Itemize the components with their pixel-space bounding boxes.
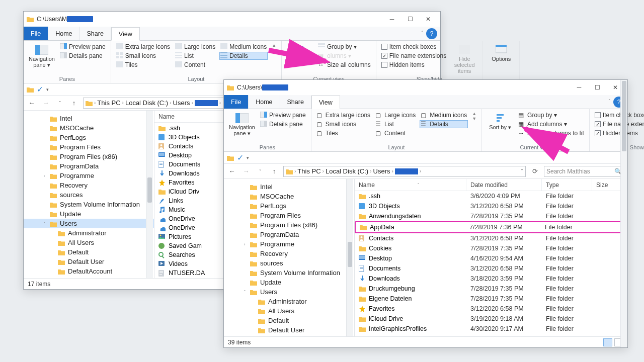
tab-file[interactable]: File bbox=[24, 27, 48, 40]
tree-item[interactable]: Program Files (x86) bbox=[24, 152, 154, 161]
list-item[interactable]: iCloud Drive 3/19/2020 9:18 AMFile folde… bbox=[355, 314, 627, 324]
maximize-button[interactable]: ☐ bbox=[588, 80, 606, 95]
tab-share[interactable]: Share bbox=[80, 27, 111, 40]
list-item[interactable]: Favorites 3/12/2020 6:58 PMFile folder bbox=[355, 304, 627, 314]
layout-content[interactable]: Content bbox=[174, 61, 216, 69]
tree-item[interactable]: MSOCache bbox=[24, 123, 154, 133]
tree-item[interactable]: DefaultAccount bbox=[224, 335, 354, 336]
tree-item[interactable]: Intel bbox=[24, 114, 154, 123]
file-extensions-toggle[interactable]: File name extensions bbox=[594, 120, 644, 128]
layout-large[interactable]: ▢Large icons bbox=[374, 111, 417, 119]
recent-dropdown[interactable]: ˅ bbox=[255, 169, 265, 174]
list-item[interactable]: Anwendungsdaten 7/28/2019 7:35 PMFile fo… bbox=[355, 211, 627, 221]
layout-medium[interactable]: Medium icons bbox=[219, 43, 268, 51]
layout-extra-large[interactable]: ▢Extra large icons bbox=[315, 111, 371, 119]
layout-details[interactable]: Details bbox=[219, 52, 268, 60]
tree-item[interactable]: › Programme bbox=[24, 171, 154, 180]
tree-item[interactable]: Update bbox=[224, 278, 354, 287]
preview-pane-button[interactable]: Preview pane bbox=[259, 111, 307, 119]
tree-item[interactable]: ProgramData bbox=[224, 230, 354, 239]
qat-dropdown-icon[interactable]: ▾ bbox=[247, 155, 249, 160]
tab-home[interactable]: Home bbox=[249, 95, 280, 109]
tree-item[interactable]: Recovery bbox=[224, 249, 354, 258]
tree-item[interactable]: Administrator bbox=[24, 228, 154, 238]
item-checkboxes-toggle[interactable]: Item check boxes bbox=[380, 43, 447, 51]
tree-item[interactable]: Default bbox=[224, 316, 354, 325]
forward-button[interactable]: → bbox=[241, 167, 251, 175]
checkmark-icon[interactable]: ✓ bbox=[237, 153, 244, 162]
layout-tiles[interactable]: ▢Tiles bbox=[315, 129, 371, 137]
details-pane-button[interactable]: Details pane bbox=[59, 52, 107, 60]
tree-item[interactable]: System Volume Information bbox=[224, 268, 354, 278]
collapse-ribbon-icon[interactable]: ˆ bbox=[606, 99, 613, 105]
tree-item[interactable]: ˅ Users bbox=[224, 287, 354, 297]
recent-dropdown[interactable]: ˅ bbox=[55, 101, 65, 106]
tree-item[interactable]: Administrator bbox=[224, 297, 354, 306]
layout-large[interactable]: Large icons bbox=[174, 43, 216, 51]
tree-item[interactable]: Recovery bbox=[24, 180, 154, 190]
tree-item[interactable]: All Users bbox=[24, 238, 154, 247]
column-headers[interactable]: Nameˆ Date modified Type Size bbox=[355, 179, 627, 191]
tree-item[interactable]: System Volume Information bbox=[24, 200, 154, 209]
list-item[interactable]: Downloads 3/18/2020 3:59 PMFile folder bbox=[355, 274, 627, 284]
layout-more-icon[interactable]: ▲▼ bbox=[471, 111, 477, 121]
navigation-pane-button[interactable]: Navigation pane ▾ bbox=[28, 43, 56, 69]
preview-pane-button[interactable]: Preview pane bbox=[59, 43, 107, 51]
tree-item[interactable]: Default bbox=[24, 247, 154, 257]
forward-button[interactable]: → bbox=[41, 99, 51, 107]
tree-item[interactable]: Program Files bbox=[224, 211, 354, 220]
list-item[interactable]: Druckumgebung 7/28/2019 7:35 PMFile fold… bbox=[355, 284, 627, 294]
layout-details[interactable]: ☰Details bbox=[420, 120, 468, 128]
layout-list[interactable]: ☰List bbox=[374, 120, 417, 128]
up-button[interactable]: ↑ bbox=[69, 99, 79, 107]
tree-item[interactable]: Intel bbox=[224, 182, 354, 192]
tree-item[interactable]: Update bbox=[24, 209, 154, 219]
collapse-ribbon-icon[interactable]: ˆ bbox=[419, 31, 426, 36]
col-name[interactable]: Nameˆ bbox=[355, 179, 466, 191]
breadcrumb[interactable]: ›This PC ›Local Disk (C:) ›Users › › ˅ bbox=[283, 166, 526, 177]
tree-item[interactable]: DefaultAccount bbox=[24, 266, 154, 276]
tree-item[interactable]: ˅ Users bbox=[24, 219, 154, 228]
tab-view[interactable]: View bbox=[111, 27, 140, 41]
list-item[interactable]: Desktop 4/16/2020 9:54 AMFile folder bbox=[355, 253, 627, 263]
tree-item[interactable]: sources bbox=[24, 190, 154, 200]
back-button[interactable]: ← bbox=[227, 167, 237, 175]
list-item[interactable]: 3D Objects 3/12/2020 6:58 PMFile folder bbox=[355, 201, 627, 211]
checkmark-icon[interactable]: ✓ bbox=[37, 84, 43, 94]
navigation-pane-button[interactable]: Navigation pane ▾ bbox=[228, 111, 256, 137]
col-date[interactable]: Date modified bbox=[466, 179, 542, 191]
tab-view[interactable]: View bbox=[311, 96, 340, 109]
layout-tiles[interactable]: Tiles bbox=[115, 61, 171, 69]
list-item-appdata[interactable]: AppData 7/28/2019 7:36 PMFile folder bbox=[355, 221, 627, 233]
list-item[interactable]: .ssh 3/6/2020 4:09 PMFile folder bbox=[355, 191, 627, 201]
navigation-tree[interactable]: Intel MSOCache PerfLogs Program Files Pr… bbox=[224, 179, 355, 336]
up-button[interactable]: ↑ bbox=[269, 167, 279, 175]
list-item[interactable]: Contacts 3/12/2020 6:58 PMFile folder bbox=[355, 233, 627, 243]
help-icon[interactable]: ? bbox=[426, 28, 437, 39]
tree-item[interactable]: Default User bbox=[224, 325, 354, 335]
tree-item[interactable]: Program Files bbox=[24, 142, 154, 152]
tab-share[interactable]: Share bbox=[280, 95, 311, 109]
tree-item[interactable]: defaultuser100001 bbox=[24, 276, 154, 278]
options-button[interactable]: Options bbox=[487, 43, 515, 63]
navigation-tree[interactable]: Intel MSOCache PerfLogs Program Files Pr… bbox=[24, 111, 154, 278]
list-item[interactable]: Eigene Dateien 7/28/2019 7:35 PMFile fol… bbox=[355, 294, 627, 304]
tree-item[interactable]: PerfLogs bbox=[24, 133, 154, 142]
hidden-items-toggle[interactable]: Hidden items bbox=[380, 61, 447, 69]
layout-small[interactable]: Small icons bbox=[115, 52, 171, 60]
close-button[interactable]: ✕ bbox=[419, 12, 437, 26]
details-view-button[interactable] bbox=[603, 338, 612, 346]
group-by-button[interactable]: ▤Group by ▾ bbox=[517, 111, 585, 119]
tab-home[interactable]: Home bbox=[48, 27, 79, 40]
list-item[interactable]: IntelGraphicsProfiles 4/30/2020 9:17 AMF… bbox=[355, 324, 627, 334]
tree-item[interactable]: PerfLogs bbox=[224, 201, 354, 211]
qat-dropdown-icon[interactable]: ▾ bbox=[46, 87, 49, 92]
file-extensions-toggle[interactable]: File name extensions bbox=[380, 52, 447, 60]
search-input[interactable]: Search Matthias🔍 bbox=[544, 166, 624, 177]
refresh-button[interactable]: ⟳ bbox=[530, 167, 540, 175]
titlebar[interactable]: C:\Users\M ─ ☐ ✕ bbox=[24, 12, 440, 27]
list-item[interactable]: Documents 3/12/2020 6:58 PMFile folder bbox=[355, 263, 627, 274]
titlebar[interactable]: C:\Users\ ─ ☐ ✕ bbox=[224, 80, 627, 95]
layout-list[interactable]: List bbox=[174, 52, 216, 60]
tree-item[interactable]: ProgramData bbox=[24, 161, 154, 171]
